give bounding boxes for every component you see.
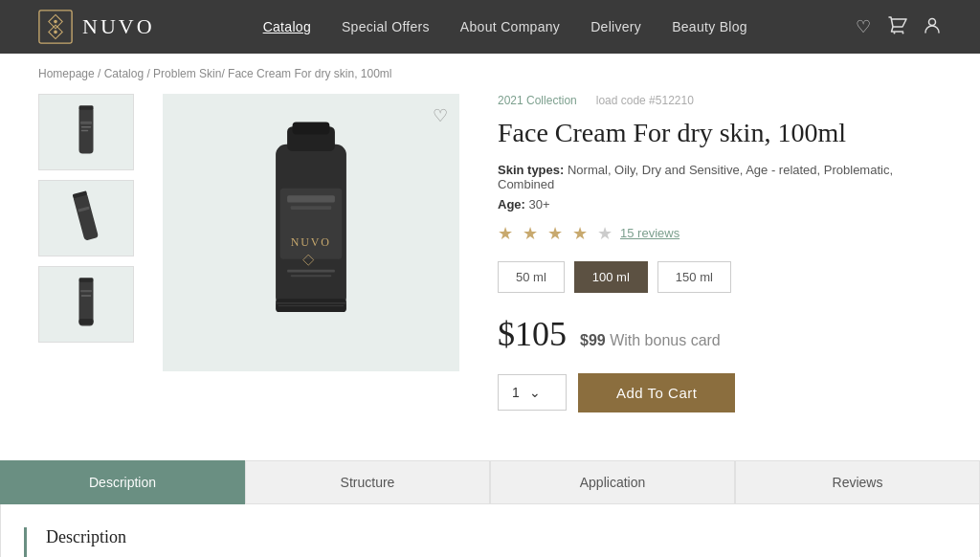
quantity-value: 1 [512,385,520,400]
logo-area[interactable]: NUVO [38,10,155,44]
svg-text:NUVO: NUVO [291,235,331,249]
nav-about-company[interactable]: About Company [460,19,560,34]
thumbnail-3[interactable] [38,266,134,343]
star-1: ★ [498,223,515,244]
star-2: ★ [523,223,540,244]
svg-rect-7 [80,122,92,124]
price-bonus-amount: $99 [580,332,606,348]
size-50ml[interactable]: 50 ml [498,261,565,293]
skin-types: Skin types: Normal, Oily, Dry and Sensit… [498,163,942,191]
size-150ml[interactable]: 150 ml [657,261,731,293]
star-4: ★ [572,223,590,244]
svg-rect-11 [73,192,99,241]
logo-text: NUVO [82,14,155,39]
tabs-section: Description Structure Application Review… [0,460,980,557]
nav-catalog[interactable]: Catalog [263,19,311,34]
svg-rect-26 [287,270,335,273]
add-to-cart-button[interactable]: Add To Cart [578,373,735,412]
product-section: ♡ NUVO 2021 Collec [0,94,980,441]
svg-rect-8 [81,126,92,128]
svg-rect-18 [79,319,94,324]
svg-point-5 [928,18,935,25]
price-main: $105 [498,314,567,354]
age-info: Age: 30+ [498,197,942,212]
description-title: Description [46,527,956,547]
product-title: Face Cream For dry skin, 100ml [498,117,942,149]
reviews-link[interactable]: 15 reviews [620,226,679,240]
cart-row: 1 ⌄ Add To Cart [498,373,942,412]
load-code: load code #512210 [596,94,694,107]
thumbnail-1[interactable] [38,94,134,170]
tab-content-area: Description A moisturizing cream for nor… [0,504,980,557]
age-value: 30+ [529,197,550,212]
svg-rect-17 [79,278,94,282]
tab-structure[interactable]: Structure [245,460,490,504]
breadcrumb: Homepage / Catalog / Problem Skin/ Face … [0,54,980,94]
skin-types-label: Skin types: [498,163,564,177]
svg-point-2 [54,31,57,34]
product-wishlist-icon[interactable]: ♡ [433,105,448,126]
product-tube-svg: NUVO [249,118,373,347]
svg-rect-24 [291,206,331,210]
account-icon[interactable] [923,15,942,39]
svg-point-3 [893,32,895,33]
logo-icon [38,10,73,44]
rating-row: ★ ★ ★ ★ ★ 15 reviews [498,223,942,244]
nav-beauty-blog[interactable]: Beauty Blog [672,19,747,34]
price-row: $105 $99 With bonus card [498,314,942,354]
svg-point-1 [54,20,57,24]
price-bonus-label: With bonus card [610,332,721,348]
wishlist-icon[interactable]: ♡ [856,16,871,37]
product-thumbnails [38,94,134,412]
cart-icon[interactable] [886,14,907,40]
product-meta: 2021 Collection load code #512210 [498,94,942,107]
svg-rect-21 [293,123,330,135]
quantity-selector[interactable]: 1 ⌄ [498,374,567,411]
tab-description[interactable]: Description [0,460,245,504]
star-5-empty: ★ [597,223,612,244]
tab-reviews[interactable]: Reviews [735,460,980,504]
tabs-bar: Description Structure Application Review… [0,460,980,504]
nav-delivery[interactable]: Delivery [590,19,641,34]
svg-rect-28 [276,299,346,312]
quantity-chevron: ⌄ [529,385,541,400]
age-label: Age: [498,197,525,212]
svg-point-4 [902,32,903,33]
header-icons: ♡ [856,14,942,40]
svg-rect-10 [79,105,94,110]
main-product-image: ♡ NUVO [163,94,459,371]
size-buttons: 50 ml 100 ml 150 ml [498,261,942,293]
thumbnail-2[interactable] [38,180,134,256]
price-bonus: $99 With bonus card [580,332,721,349]
nav-special-offers[interactable]: Special Offers [342,19,430,34]
main-nav: Catalog Special Offers About Company Del… [263,19,747,34]
svg-rect-15 [80,290,92,292]
svg-rect-27 [291,275,331,277]
product-info: 2021 Collection load code #512210 Face C… [488,94,942,412]
size-100ml[interactable]: 100 ml [574,261,648,293]
svg-rect-9 [81,130,89,132]
svg-rect-16 [81,295,92,297]
tab-application[interactable]: Application [490,460,735,504]
star-3: ★ [547,223,565,244]
description-content: Description A moisturizing cream for nor… [24,527,956,557]
site-header: NUVO Catalog Special Offers About Compan… [0,0,980,54]
collection-label: 2021 Collection [498,94,577,107]
svg-rect-23 [287,195,335,202]
